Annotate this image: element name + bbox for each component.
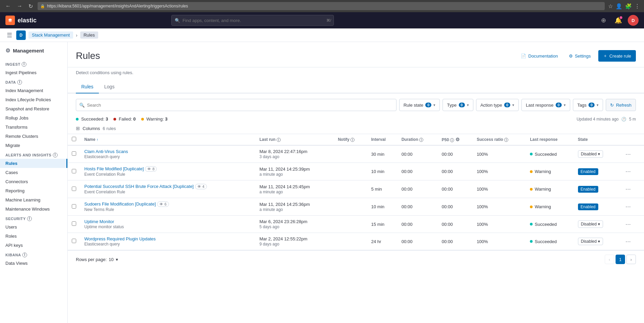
documentation-icon: 📄 [521, 53, 526, 59]
rule-name-link-0[interactable]: Clam Anti-Virus Scans [84, 149, 128, 154]
documentation-btn[interactable]: 📄 Documentation [517, 51, 561, 61]
rule-name-link-4[interactable]: Uptime Monitor [84, 219, 114, 224]
succeeded-dot [76, 118, 79, 121]
success-ratio-column-header: Success ratio i [473, 134, 526, 146]
sidebar-item-index-lifecycle-policies[interactable]: Index Lifecycle Policies [0, 95, 67, 104]
state-badge-btn-0[interactable]: Disabled ▾ [578, 150, 603, 158]
extensions-btn[interactable]: 🧩 [625, 3, 632, 9]
rule-name-cell-4: Uptime MonitorUptime monitor status [80, 216, 255, 233]
select-all-header[interactable] [68, 134, 80, 146]
name-column-header[interactable]: Name ↑ [80, 134, 255, 146]
rule-badge-3: 👁 6 [157, 201, 169, 207]
success-ratio-info-icon[interactable]: i [504, 138, 508, 142]
search-input[interactable] [76, 99, 396, 111]
sidebar-toggle-btn[interactable]: ☰ [5, 30, 14, 40]
more-actions-btn-2[interactable]: ⋯ [623, 185, 634, 194]
browser-refresh-btn[interactable]: ↻ [27, 2, 34, 11]
tab-rules[interactable]: Rules [76, 81, 99, 93]
profile-btn[interactable]: 👤 [616, 3, 622, 9]
tab-logs[interactable]: Logs [99, 81, 120, 93]
duration-info-icon[interactable]: i [419, 138, 423, 142]
select-all-checkbox[interactable] [72, 137, 76, 141]
row-checkbox-1[interactable] [72, 169, 76, 173]
more-actions-btn-1[interactable]: ⋯ [623, 167, 634, 176]
sidebar-item-machine-learning[interactable]: Machine Learning [0, 195, 67, 204]
p50-info-icon[interactable]: i [450, 138, 454, 142]
row-checkbox-cell-1[interactable] [68, 163, 80, 180]
refresh-btn[interactable]: ↻ Refresh [606, 99, 636, 111]
browser-back-btn[interactable]: ← [4, 2, 12, 10]
browser-forward-btn[interactable]: → [16, 2, 24, 10]
more-options-btn[interactable]: ⋮ [635, 3, 640, 9]
star-btn[interactable]: ☆ [608, 3, 613, 9]
row-checkbox-0[interactable] [72, 151, 76, 156]
sidebar-item-data-views[interactable]: Data Views [0, 259, 67, 268]
alerts-info-icon[interactable]: i [53, 153, 58, 157]
prev-page-btn[interactable]: ‹ [605, 255, 614, 264]
more-actions-btn-0[interactable]: ⋯ [623, 150, 634, 159]
create-rule-btn[interactable]: ＋ Create rule [598, 50, 636, 62]
last-run-ago-2: a minute ago [259, 190, 283, 194]
sidebar-item-api-keys[interactable]: API keys [0, 241, 67, 250]
sidebar-item-snapshot-and-restore[interactable]: Snapshot and Restore [0, 104, 67, 113]
more-actions-btn-3[interactable]: ⋯ [623, 202, 634, 211]
more-actions-btn-5[interactable]: ⋯ [623, 237, 634, 246]
last-run-info-icon[interactable]: i [277, 138, 281, 142]
rule-state-filter-btn[interactable]: Rule state 0 ▾ [399, 99, 440, 111]
state-badge-btn-5[interactable]: Disabled ▾ [578, 238, 603, 245]
rows-per-page[interactable]: Rows per page: 10 ▾ [76, 257, 118, 262]
notifications-btn[interactable]: 🔔 [613, 15, 624, 26]
sidebar-item-cases[interactable]: Cases [0, 168, 67, 177]
tags-filter-btn[interactable]: Tags 0 ▾ [573, 99, 603, 111]
row-checkbox-cell-3[interactable] [68, 198, 80, 216]
sidebar-item-reporting[interactable]: Reporting [0, 186, 67, 195]
row-checkbox-3[interactable] [72, 204, 76, 209]
row-checkbox-cell-2[interactable] [68, 180, 80, 198]
row-checkbox-cell-4[interactable] [68, 216, 80, 233]
action-type-filter-btn[interactable]: Action type 0 ▾ [476, 99, 519, 111]
sidebar-item-rollup-jobs[interactable]: Rollup Jobs [0, 113, 67, 123]
row-checkbox-cell-0[interactable] [68, 145, 80, 163]
row-checkbox-5[interactable] [72, 239, 76, 243]
rule-last-run-cell-4: Mar 6, 2024 23:26:28pm5 days ago [255, 216, 334, 233]
next-page-btn[interactable]: › [626, 255, 636, 264]
sidebar-item-roles[interactable]: Roles [0, 232, 67, 241]
security-info-icon[interactable]: i [27, 216, 32, 221]
last-response-filter-btn[interactable]: Last response 0 ▾ [521, 99, 570, 111]
row-checkbox-cell-5[interactable] [68, 233, 80, 250]
rule-state-count: 0 [425, 103, 431, 107]
data-info-icon[interactable]: i [17, 80, 22, 85]
sidebar-item-rules[interactable]: Rules [0, 159, 67, 168]
sidebar-item-remote-clusters[interactable]: Remote Clusters [0, 132, 67, 141]
rule-interval-cell-0: 30 min [367, 145, 397, 163]
sidebar-item-connectors[interactable]: Connectors [0, 177, 67, 186]
app-search-input[interactable] [171, 15, 334, 26]
row-checkbox-4[interactable] [72, 221, 76, 226]
row-checkbox-2[interactable] [72, 187, 76, 191]
sidebar-item-transforms[interactable]: Transforms [0, 123, 67, 132]
sidebar-item-maintenance-windows[interactable]: Maintenance Windows [0, 204, 67, 214]
help-btn[interactable]: ⊕ [598, 15, 609, 26]
user-avatar-btn[interactable]: D [628, 15, 639, 26]
state-badge-btn-4[interactable]: Disabled ▾ [578, 220, 603, 228]
settings-btn[interactable]: ⚙ Settings [565, 51, 594, 61]
rule-state-cell-2: Enabled [574, 180, 619, 198]
sidebar-item-migrate[interactable]: Migrate [0, 141, 67, 150]
sidebar-item-users[interactable]: Users [0, 222, 67, 232]
kibana-info-icon[interactable]: i [22, 253, 27, 257]
p50-gear-icon[interactable]: ⚙ [455, 137, 460, 142]
rule-name-link-5[interactable]: Wordpress Required Plugin Updates [84, 236, 156, 241]
ingest-info-icon[interactable]: i [22, 62, 26, 67]
browser-url-text: https://kibana:5601/app/management/insig… [47, 4, 188, 8]
last-response-dot-4 [530, 223, 533, 225]
notify-info-icon[interactable]: i [350, 138, 355, 142]
type-filter-btn[interactable]: Type 0 ▾ [443, 99, 473, 111]
breadcrumb-stack-management[interactable]: Stack Management [28, 31, 73, 39]
sidebar-item-ingest-pipelines[interactable]: Ingest Pipelines [0, 68, 67, 77]
rule-name-link-1[interactable]: Hosts File Modified [Duplicate] [84, 166, 144, 171]
more-actions-btn-4[interactable]: ⋯ [623, 220, 634, 229]
sidebar-item-index-management[interactable]: Index Management [0, 86, 67, 95]
page-1-btn[interactable]: 1 [616, 255, 625, 264]
rule-name-link-3[interactable]: Sudoers File Modification [Duplicate] [84, 201, 156, 207]
rule-name-link-2[interactable]: Potential Successful SSH Brute Force Att… [84, 184, 194, 189]
